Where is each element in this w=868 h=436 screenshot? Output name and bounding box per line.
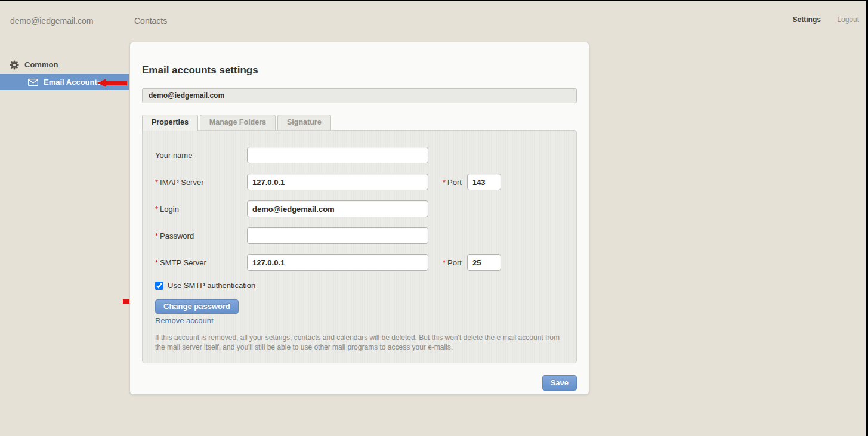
email-settings-card: Email accounts settings demo@iedgemail.c… xyxy=(129,42,589,395)
change-password-button[interactable]: Change password xyxy=(155,299,239,314)
sidebar-item-common[interactable]: Common xyxy=(0,57,129,72)
required-asterisk: * xyxy=(155,231,158,240)
tab-properties[interactable]: Properties xyxy=(142,115,198,131)
properties-panel: Your name *IMAP Server *Port *Login *Pas… xyxy=(142,130,577,363)
smtp-port-group: *Port xyxy=(443,254,501,271)
form-row-imap-server: *IMAP Server *Port xyxy=(155,174,576,190)
save-button[interactable]: Save xyxy=(542,375,577,391)
arrow-head-icon xyxy=(97,79,106,87)
arrow-shaft xyxy=(106,81,127,85)
settings-link[interactable]: Settings xyxy=(793,16,821,24)
form-row-your-name: Your name xyxy=(155,147,576,163)
imap-server-field[interactable] xyxy=(247,174,428,190)
sidebar-item-label: Common xyxy=(24,60,58,69)
form-row-smtp-server: *SMTP Server *Port xyxy=(155,254,576,271)
smtp-port-label: *Port xyxy=(443,258,462,267)
imap-port-label: *Port xyxy=(443,178,462,187)
form-row-login: *Login xyxy=(155,200,576,217)
remove-account-link[interactable]: Remove account xyxy=(155,316,214,325)
required-asterisk: * xyxy=(155,178,158,187)
login-label: *Login xyxy=(155,205,247,214)
current-account-email: demo@iedgemail.com xyxy=(10,16,94,26)
required-asterisk: * xyxy=(155,258,158,267)
your-name-label: Your name xyxy=(155,151,247,160)
gear-icon xyxy=(10,60,19,70)
top-bar: demo@iedgemail.com Contacts Settings Log… xyxy=(0,1,866,38)
required-asterisk: * xyxy=(443,258,446,267)
annotation-arrow-email-accounts xyxy=(97,79,127,87)
form-row-password: *Password xyxy=(155,227,576,244)
logout-link[interactable]: Logout xyxy=(837,16,859,24)
imap-port-group: *Port xyxy=(443,174,501,190)
login-field[interactable] xyxy=(247,200,428,217)
tab-signature[interactable]: Signature xyxy=(277,115,331,130)
required-asterisk: * xyxy=(443,178,446,187)
your-name-field[interactable] xyxy=(247,147,428,163)
settings-tabs: Properties Manage Folders Signature xyxy=(142,115,577,130)
envelope-icon xyxy=(28,79,38,86)
required-asterisk: * xyxy=(155,205,158,214)
imap-port-field[interactable] xyxy=(467,174,501,190)
imap-server-label: *IMAP Server xyxy=(155,178,247,187)
contacts-nav-link[interactable]: Contacts xyxy=(134,16,167,26)
topbar-links: Settings Logout xyxy=(779,16,859,24)
password-label: *Password xyxy=(155,231,247,240)
smtp-server-label: *SMTP Server xyxy=(155,258,247,267)
smtp-auth-row: Use SMTP authentication xyxy=(155,281,576,290)
smtp-port-field[interactable] xyxy=(467,254,501,271)
password-field[interactable] xyxy=(247,227,428,244)
smtp-auth-checkbox[interactable] xyxy=(155,282,163,290)
sidebar-item-label: Email Accounts xyxy=(44,78,101,86)
smtp-auth-label[interactable]: Use SMTP authentication xyxy=(168,281,255,290)
remove-account-warning-text: If this account is removed, all your set… xyxy=(155,333,568,352)
account-list-item[interactable]: demo@iedgemail.com xyxy=(142,88,577,103)
smtp-server-field[interactable] xyxy=(247,254,428,271)
card-footer: Save xyxy=(130,363,589,399)
tab-manage-folders[interactable]: Manage Folders xyxy=(200,115,276,130)
app-screen: demo@iedgemail.com Contacts Settings Log… xyxy=(0,0,868,436)
page-title: Email accounts settings xyxy=(142,64,577,76)
